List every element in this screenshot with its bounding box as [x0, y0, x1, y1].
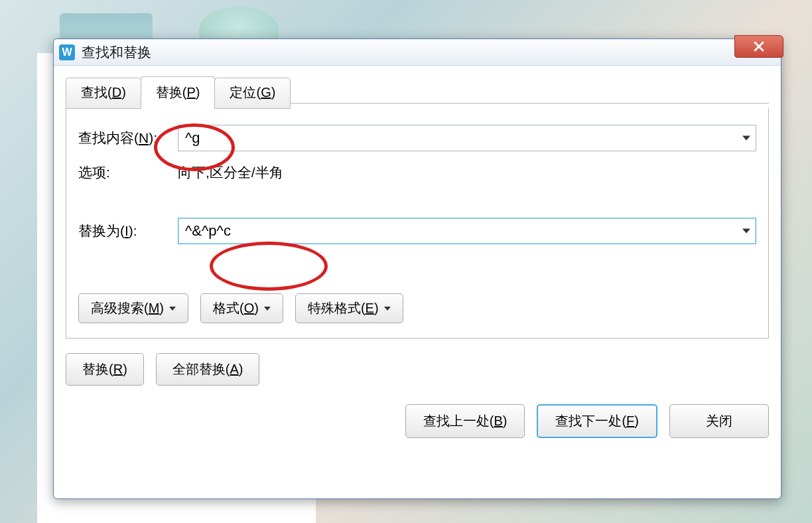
find-row: 查找内容(N): ^g [78, 125, 756, 151]
advanced-search-button[interactable]: 高级搜索(M) [78, 293, 188, 323]
find-input-value: ^g [185, 129, 200, 147]
replace-all-button[interactable]: 全部替换(A) [156, 353, 260, 386]
app-icon: W [59, 44, 75, 60]
close-dialog-label: 关闭 [706, 412, 732, 430]
replace-row: 替换为(I): ^&^p^c [78, 218, 756, 244]
find-input[interactable]: ^g [178, 125, 756, 151]
special-format-button[interactable]: 特殊格式(E) [295, 293, 403, 323]
chevron-down-icon [742, 136, 750, 141]
options-value: 向下,区分全/半角 [178, 163, 283, 182]
chevron-down-icon [384, 307, 391, 311]
tab-strip: 查找(D) 替换(P) 定位(G) [66, 76, 769, 108]
tab-goto-label: 定位( [230, 85, 261, 100]
replace-input-value: ^&^p^c [185, 222, 231, 240]
find-replace-dialog: W 查找和替换 查找(D) 替换(P) 定位(G) [53, 38, 781, 499]
chevron-down-icon [742, 229, 750, 234]
tab-goto[interactable]: 定位(G) [214, 78, 291, 109]
tab-replace-key: P [186, 85, 195, 100]
tab-find[interactable]: 查找(D) [66, 78, 141, 109]
replace-input[interactable]: ^&^p^c [178, 218, 756, 244]
close-icon [753, 40, 765, 52]
tab-replace-suffix: ) [196, 85, 200, 100]
tab-goto-suffix: ) [271, 85, 276, 100]
tab-replace-label: 替换( [156, 85, 187, 100]
replace-label: 替换为(I): [78, 222, 178, 240]
chevron-down-icon [264, 307, 271, 311]
dialog-body: 查找(D) 替换(P) 定位(G) 查找内容(N): ^g [54, 66, 781, 498]
dialog-title: 查找和替换 [82, 43, 151, 62]
tab-goto-key: G [261, 85, 271, 100]
tab-find-suffix: ) [121, 85, 126, 100]
replace-button[interactable]: 替换(R) [66, 353, 144, 386]
options-label: 选项: [78, 163, 178, 182]
find-next-button[interactable]: 查找下一处(F) [537, 404, 657, 438]
close-button[interactable] [734, 35, 783, 58]
close-dialog-button[interactable]: 关闭 [669, 404, 769, 438]
format-button[interactable]: 格式(O) [200, 293, 283, 323]
titlebar: W 查找和替换 [54, 39, 781, 66]
footer-button-row: 查找上一处(B) 查找下一处(F) 关闭 [66, 404, 769, 438]
chevron-down-icon [169, 307, 176, 311]
replace-action-row: 替换(R) 全部替换(A) [66, 353, 769, 386]
find-prev-button[interactable]: 查找上一处(B) [405, 404, 525, 438]
advanced-button-row: 高级搜索(M) 格式(O) 特殊格式(E) [78, 293, 756, 323]
options-row: 选项: 向下,区分全/半角 [78, 163, 756, 182]
tab-find-key: D [112, 85, 121, 100]
find-label: 查找内容(N): [78, 129, 178, 147]
tab-replace[interactable]: 替换(P) [141, 76, 216, 108]
tab-find-label: 查找( [81, 85, 112, 100]
tab-panel-replace: 查找内容(N): ^g 选项: 向下,区分全/半角 替换为(I): ^&^p^c [66, 108, 769, 338]
